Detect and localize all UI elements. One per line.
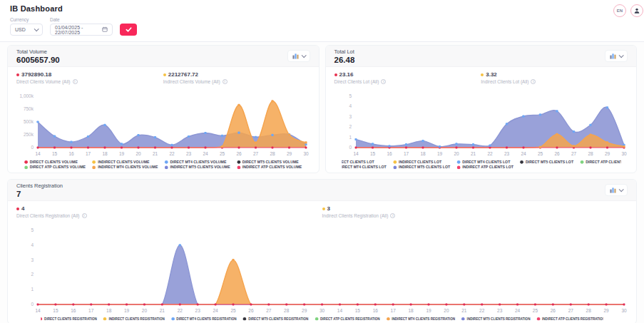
legend-item[interactable]: DIRECT CLIENTS LOT xyxy=(342,160,387,164)
legend-item[interactable]: INDIRECT CLIENTS REGISTRATION xyxy=(103,317,165,321)
date-field: Date 01/04/2025 - 22/07/2025 xyxy=(50,17,113,36)
bar-chart-icon xyxy=(610,187,616,193)
legend-label: INDIRECT MT4 CLIENTS VOLUME xyxy=(98,165,158,170)
legend-item[interactable]: INDIRECT MT4 CLIENTS VOLUME xyxy=(93,165,158,170)
legend-item[interactable]: INDIRECT ATP CLIENTS REGISTRATION xyxy=(537,317,603,321)
svg-text:2: 2 xyxy=(31,272,34,277)
svg-text:3: 3 xyxy=(349,114,352,119)
svg-text:15: 15 xyxy=(52,151,58,156)
legend-item[interactable]: INDIRECT MT5 CLIENTS LOT xyxy=(393,165,450,170)
legend-item[interactable]: DIRECT MT4 CLIENTS VOLUME xyxy=(165,160,230,164)
chart-type-button[interactable] xyxy=(287,50,310,62)
legend-item[interactable]: DIRECT ATP CLIENTS VOLUME xyxy=(24,165,86,170)
legend-item[interactable]: INDIRECT CLIENTS LOT xyxy=(393,160,450,164)
legend-label: INDIRECT MT4 CLIENTS LOT xyxy=(342,165,387,170)
legend-label: INDIRECT ATP CLIENTS REGISTRATION xyxy=(542,317,603,321)
info-icon[interactable]: i xyxy=(381,79,386,84)
info-icon[interactable]: i xyxy=(73,79,78,84)
bar-chart-icon xyxy=(610,53,616,59)
legend-item[interactable]: DIRECT CLIENTS VOLUME xyxy=(24,160,86,164)
legend-item[interactable]: INDIRECT ATP CLIENTS LOT xyxy=(456,165,513,170)
info-icon[interactable]: i xyxy=(82,213,87,218)
legend-item[interactable]: INDIRECT CLIENTS VOLUME xyxy=(93,160,158,164)
svg-text:18: 18 xyxy=(408,308,414,313)
svg-text:27: 27 xyxy=(266,308,272,313)
info-icon[interactable]: i xyxy=(223,79,228,84)
stat-dot xyxy=(322,207,325,210)
legend-item[interactable]: DIRECT MT5 CLIENTS VOLUME xyxy=(237,160,302,164)
card-title: Total Volume xyxy=(16,48,60,55)
stat-label: Indirect Clients Lot (All) xyxy=(481,79,528,84)
legend-dot xyxy=(393,160,397,163)
legend-label: INDIRECT CLIENTS REGISTRATION xyxy=(108,317,164,321)
stat-dot xyxy=(334,73,337,76)
svg-text:18: 18 xyxy=(420,151,426,156)
svg-text:24: 24 xyxy=(515,308,521,313)
card-body: 4 Direct Clients Registration (All)i 3 I… xyxy=(8,201,636,323)
legend-item[interactable]: INDIRECT ATP CLIENTS VOLUME xyxy=(237,165,302,170)
user-menu-button[interactable] xyxy=(630,4,643,17)
legend-label: DIRECT ATP CLIENTS VOLUME xyxy=(30,165,86,170)
svg-text:22: 22 xyxy=(479,308,485,313)
svg-text:23: 23 xyxy=(504,151,509,156)
legend-item[interactable]: DIRECT MT4 CLIENTS LOT xyxy=(456,160,513,164)
stat-indirect: 3 Indirect Clients Registration (All)i xyxy=(322,205,628,224)
svg-text:16: 16 xyxy=(71,308,76,313)
stat-dot xyxy=(163,73,166,76)
legend-item[interactable]: DIRECT MT5 CLIENTS LOT xyxy=(520,160,573,164)
chevron-down-icon xyxy=(619,187,624,192)
legend-dot xyxy=(41,317,42,320)
legend-item[interactable]: INDIRECT MT4 CLIENTS REGISTRATION xyxy=(387,317,455,321)
clients-registration-chart: 5432101415161718192021222324252627282930… xyxy=(16,225,629,315)
legend-dot xyxy=(315,317,319,320)
stat-label: Indirect Clients Volume (All) xyxy=(163,79,220,84)
legend-label: DIRECT MT5 CLIENTS REGISTRATION xyxy=(248,317,308,321)
date-range-input[interactable]: 01/04/2025 - 22/07/2025 xyxy=(50,24,113,36)
legend-label: INDIRECT CLIENTS VOLUME xyxy=(98,160,149,164)
legend-item[interactable]: DIRECT ATP CLIENTS REGISTRATION xyxy=(315,317,380,321)
svg-text:15: 15 xyxy=(53,308,58,313)
legend-item[interactable]: DIRECT MT4 CLIENTS REGISTRATION xyxy=(171,317,237,321)
svg-text:25: 25 xyxy=(533,308,538,313)
legend-item[interactable]: INDIRECT MT4 CLIENTS LOT xyxy=(342,165,387,170)
svg-text:14: 14 xyxy=(35,308,41,313)
svg-text:4: 4 xyxy=(349,103,352,108)
info-icon[interactable]: i xyxy=(531,79,536,84)
currency-select[interactable]: USD xyxy=(10,24,43,36)
svg-text:17: 17 xyxy=(88,308,94,313)
total-volume-card: Total Volume 6005657.90 3792890.18 Direc… xyxy=(7,45,320,173)
stats-row: 23.16 Direct Clients Lot (All)i 3.32 Ind… xyxy=(334,71,628,90)
calendar-icon xyxy=(102,26,108,33)
legend-dot xyxy=(93,160,96,163)
chart-type-button[interactable] xyxy=(605,50,628,62)
svg-text:20: 20 xyxy=(454,151,459,156)
svg-text:28: 28 xyxy=(284,308,290,313)
card-title: Total Lot xyxy=(334,48,355,55)
apply-filters-button[interactable] xyxy=(120,24,137,36)
stat-dot xyxy=(16,73,19,76)
language-button[interactable]: EN xyxy=(613,4,626,17)
card-total-value: 26.48 xyxy=(334,56,355,64)
svg-text:29: 29 xyxy=(604,151,610,156)
legend-item[interactable]: DIRECT MT5 CLIENTS REGISTRATION xyxy=(243,317,309,321)
legend-label: INDIRECT MT5 CLIENTS VOLUME xyxy=(170,165,230,170)
legend-item[interactable]: INDIRECT MT5 CLIENTS VOLUME xyxy=(165,165,230,170)
svg-text:28: 28 xyxy=(588,151,593,156)
legend-label: DIRECT CLIENTS LOT xyxy=(342,160,374,164)
svg-text:17: 17 xyxy=(86,151,91,156)
card-header: Clients Registration 7 xyxy=(8,180,636,201)
svg-text:5: 5 xyxy=(349,93,352,98)
svg-text:21: 21 xyxy=(160,308,165,313)
stat-label: Indirect Clients Registration (All) xyxy=(322,213,389,218)
svg-text:24: 24 xyxy=(213,308,218,313)
stat-label: Direct Clients Volume (All) xyxy=(16,79,71,84)
total-lot-chart: 5432101415161718192021222324252627282930 xyxy=(334,91,629,158)
info-icon[interactable]: i xyxy=(390,213,395,218)
legend-item[interactable]: INDIRECT MT5 CLIENTS REGISTRATION xyxy=(461,317,530,321)
legend-item[interactable]: DIRECT ATP CLIENTS LOT xyxy=(580,160,620,164)
chart-type-button[interactable] xyxy=(605,184,628,196)
legend-dot xyxy=(165,160,168,163)
stat-direct: 4 Direct Clients Registration (All)i xyxy=(16,205,322,224)
legend-item[interactable]: DIRECT CLIENTS REGISTRATION xyxy=(41,317,97,321)
svg-text:18: 18 xyxy=(102,151,108,156)
